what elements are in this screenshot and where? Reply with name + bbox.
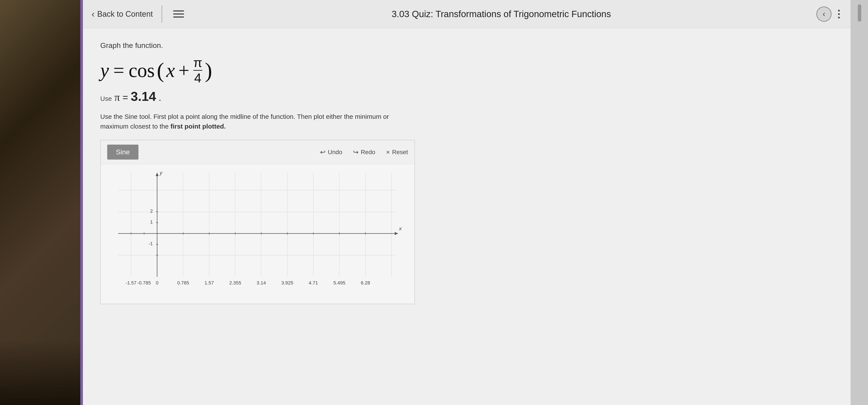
left-decorative-panel [0,0,80,405]
scrollbar-thumb[interactable] [858,4,861,22]
use-label: Use [100,95,112,102]
graph-instructions: Use the Sine tool. First plot a point al… [100,112,404,131]
reset-label: Reset [392,149,408,156]
undo-label: Undo [328,149,342,156]
right-scrollbar-panel [850,0,868,405]
nav-left-button[interactable]: ‹ [816,6,832,22]
redo-button[interactable]: ↪ Redo [353,148,375,156]
equals-pi: = [123,92,128,103]
open-paren: ( [157,58,164,83]
hamburger-line-3 [173,16,184,18]
svg-text:6.28: 6.28 [361,280,370,285]
svg-text:-1: -1 [148,241,153,246]
graph-toolbar: Sine ↩ Undo ↪ Redo × Reset [101,140,414,164]
close-paren: ) [205,58,212,83]
purple-border [80,0,83,405]
pi-decimal-value: 3.14 [131,89,156,104]
undo-icon: ↩ [320,148,326,156]
back-to-content-button[interactable]: ‹ Back to Content [92,9,153,19]
svg-text:2.355: 2.355 [229,280,241,285]
svg-text:5.495: 5.495 [333,280,345,285]
svg-text:x: x [399,226,402,231]
fraction-denominator: 4 [194,71,202,85]
coordinate-graph[interactable]: -1.57 -0.785 0 0.785 1.57 2.355 3.14 3.9… [105,168,404,294]
instructions-bold: first point plotted. [170,123,226,130]
svg-text:-0.785: -0.785 [137,280,151,285]
hamburger-menu-button[interactable] [171,8,186,20]
reset-icon: × [386,148,390,156]
svg-text:0: 0 [156,280,158,285]
cos-text: cos [129,59,155,82]
dot-2 [838,13,840,15]
nav-right-controls: ‹ [816,6,842,22]
pi-symbol: π [114,91,120,103]
function-x: x [166,59,175,82]
dot-3 [838,17,840,19]
toolbar-actions: ↩ Undo ↪ Redo × Reset [320,148,408,156]
graph-svg-area[interactable]: -1.57 -0.785 0 0.785 1.57 2.355 3.14 3.9… [101,164,414,304]
pi-fraction: π 4 [193,56,202,85]
function-y: y [100,59,109,82]
back-arrow-icon: ‹ [92,9,95,19]
svg-text:1.57: 1.57 [205,280,214,285]
main-area: ‹ Back to Content 3.03 Quiz: Transformat… [83,0,850,405]
svg-text:2: 2 [150,208,153,214]
svg-text:0.785: 0.785 [177,280,189,285]
question-instruction: Graph the function. [100,41,833,49]
function-display: y = cos ( x + π 4 ) [100,56,833,85]
svg-text:1: 1 [150,219,153,225]
pi-value-line: Use π = 3.14 . [100,89,833,104]
plus-sign: + [178,59,189,82]
redo-label: Redo [361,149,375,156]
svg-text:-1.57: -1.57 [126,280,136,285]
back-to-content-label: Back to Content [97,9,153,19]
graph-container: Sine ↩ Undo ↪ Redo × Reset [100,140,415,304]
nav-left-icon: ‹ [823,9,825,19]
svg-text:y: y [159,170,163,176]
fraction-numerator: π [193,56,202,71]
svg-text:4.71: 4.71 [309,280,318,285]
header: ‹ Back to Content 3.03 Quiz: Transformat… [83,0,850,28]
redo-icon: ↪ [353,148,359,156]
quiz-title: 3.03 Quiz: Transformations of Trigonomet… [186,9,816,19]
pi-period: . [159,92,161,103]
svg-text:3.14: 3.14 [257,280,266,285]
sine-tool-button[interactable]: Sine [107,145,138,160]
svg-marker-18 [156,173,159,176]
equals-sign: = [113,59,124,82]
header-divider [161,5,162,23]
svg-marker-16 [395,232,398,235]
content-area: Graph the function. y = cos ( x + π 4 ) … [83,28,850,405]
dot-1 [838,10,840,11]
hamburger-line-2 [173,13,184,14]
svg-text:3.925: 3.925 [281,280,293,285]
undo-button[interactable]: ↩ Undo [320,148,342,156]
more-options-button[interactable] [836,8,842,21]
reset-button[interactable]: × Reset [386,148,408,156]
hamburger-line-1 [173,10,184,11]
